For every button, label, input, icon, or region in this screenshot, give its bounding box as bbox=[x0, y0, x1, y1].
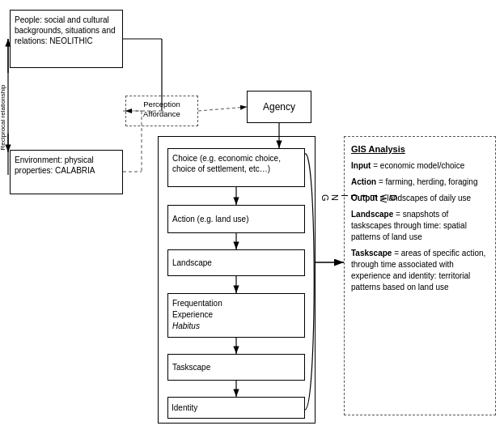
environment-text: Environment: physical properties: CALABR… bbox=[15, 155, 95, 175]
action-text: Action (e.g. land use) bbox=[172, 215, 249, 224]
choice-box: Choice (e.g. economic choice, choice of … bbox=[167, 148, 305, 187]
environment-box: Environment: physical properties: CALABR… bbox=[10, 150, 123, 194]
gis-key-landscape: Landscape bbox=[351, 210, 393, 219]
people-box: People: social and cultural backgrounds,… bbox=[10, 10, 123, 68]
gis-key-taskscape: Taskscape bbox=[351, 249, 392, 258]
gis-entry-action: Action = farming, herding, foraging bbox=[351, 177, 489, 188]
gis-analysis-box: GIS Analysis Input = economic model/choi… bbox=[344, 136, 496, 415]
landscape-text: Landscape bbox=[172, 258, 212, 267]
gis-entry-taskscape: Taskscape = areas of specific action, th… bbox=[351, 248, 489, 293]
gis-entry-output: Output = landscapes of daily use bbox=[351, 193, 489, 204]
landscape-box: Landscape bbox=[167, 249, 305, 276]
diagram-container: { "people_box": { "text": "People: socia… bbox=[0, 0, 504, 447]
frequentation-line1: Frequentation bbox=[172, 299, 222, 308]
taskscape-text: Taskscape bbox=[172, 363, 210, 372]
gis-entry-landscape: Landscape = snapshots of taskscapes thro… bbox=[351, 209, 489, 243]
agency-box: Agency bbox=[247, 91, 311, 123]
gis-val-input: = economic model/choice bbox=[373, 161, 464, 170]
svg-line-10 bbox=[198, 107, 247, 111]
perception-affordance-box: Perception Affordance bbox=[125, 96, 198, 126]
gis-title: GIS Analysis bbox=[351, 143, 489, 155]
identity-box: Identity bbox=[167, 397, 305, 419]
svg-text:Reciprocal relationship: Reciprocal relationship bbox=[0, 84, 6, 150]
people-text: People: social and cultural backgrounds,… bbox=[15, 15, 116, 45]
gis-key-action: Action bbox=[351, 177, 376, 186]
perception-text: Perception Affordance bbox=[143, 100, 180, 118]
action-box: Action (e.g. land use) bbox=[167, 205, 305, 233]
frequentation-line3: Habitus bbox=[172, 321, 200, 330]
taskscape-box: Taskscape bbox=[167, 354, 305, 381]
frequentation-box: Frequentation Experience Habitus bbox=[167, 293, 305, 338]
gis-key-input: Input bbox=[351, 161, 371, 170]
choice-text: Choice (e.g. economic choice, choice of … bbox=[172, 154, 281, 173]
frequentation-line2: Experience bbox=[172, 310, 213, 319]
gis-key-output: Output bbox=[351, 194, 378, 202]
gis-val-output: = landscapes of daily use bbox=[380, 194, 472, 202]
identity-text: Identity bbox=[172, 403, 197, 412]
agency-text: Agency bbox=[263, 101, 295, 113]
gis-val-action: = farming, herding, foraging bbox=[379, 177, 478, 186]
gis-entry-input: Input = economic model/choice bbox=[351, 160, 489, 172]
